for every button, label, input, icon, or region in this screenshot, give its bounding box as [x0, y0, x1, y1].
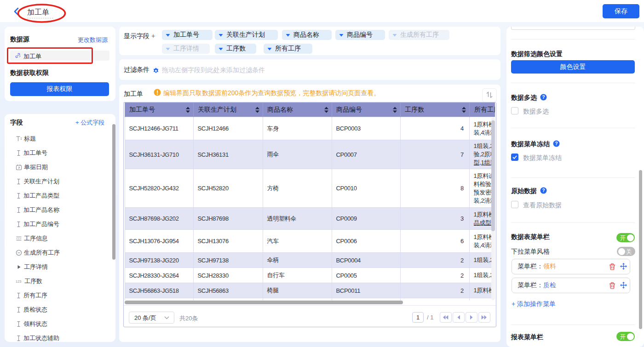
svg-text:?: ? [542, 188, 545, 193]
svg-text:?: ? [542, 95, 545, 100]
svg-text:123: 123 [16, 279, 22, 284]
svg-text:?: ? [555, 141, 558, 146]
